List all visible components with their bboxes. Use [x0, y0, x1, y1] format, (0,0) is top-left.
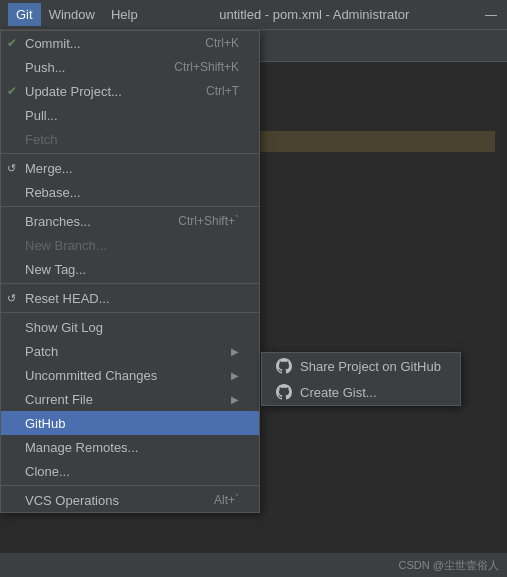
uncommitted-label: Uncommitted Changes	[25, 368, 157, 383]
menu-item-uncommitted[interactable]: Uncommitted Changes ▶	[1, 363, 259, 387]
menu-item-github[interactable]: GitHub	[1, 411, 259, 435]
menu-help[interactable]: Help	[103, 3, 146, 26]
check-icon: ✔	[7, 36, 17, 50]
github-submenu: Share Project on GitHub Create Gist...	[261, 352, 461, 406]
submenu-item-share[interactable]: Share Project on GitHub	[262, 353, 460, 379]
menu-item-patch[interactable]: Patch ▶	[1, 339, 259, 363]
fetch-label: Fetch	[25, 132, 58, 147]
window-title: untitled - pom.xml - Administrator	[219, 7, 409, 22]
menu-item-newtag[interactable]: New Tag...	[1, 257, 259, 281]
branches-label: Branches...	[25, 214, 91, 229]
menu-sep-3	[1, 283, 259, 284]
menu-item-newbranch: New Branch...	[1, 233, 259, 257]
uncommitted-arrow-icon: ▶	[231, 370, 239, 381]
menu-sep-2	[1, 206, 259, 207]
menu-item-push[interactable]: Push... Ctrl+Shift+K	[1, 55, 259, 79]
menu-item-clone[interactable]: Clone...	[1, 459, 259, 483]
menu-item-update[interactable]: ✔ Update Project... Ctrl+T	[1, 79, 259, 103]
github-label: GitHub	[25, 416, 65, 431]
menu-sep-1	[1, 153, 259, 154]
github-gist-icon	[276, 384, 292, 400]
menu-item-commit[interactable]: ✔ Commit... Ctrl+K	[1, 31, 259, 55]
menu-item-rebase[interactable]: Rebase...	[1, 180, 259, 204]
bottom-text: CSDN @尘世壹俗人	[399, 558, 499, 573]
push-label: Push...	[25, 60, 65, 75]
menu-window[interactable]: Window	[41, 3, 103, 26]
manageremotes-label: Manage Remotes...	[25, 440, 138, 455]
vcsops-shortcut: Alt+`	[214, 493, 239, 507]
vcsops-label: VCS Operations	[25, 493, 119, 508]
patch-label: Patch	[25, 344, 58, 359]
newtag-label: New Tag...	[25, 262, 86, 277]
window-controls: —	[483, 7, 499, 23]
rebase-label: Rebase...	[25, 185, 81, 200]
menu-item-pull[interactable]: Pull...	[1, 103, 259, 127]
menu-item-merge[interactable]: ↺ Merge...	[1, 156, 259, 180]
share-label: Share Project on GitHub	[300, 359, 441, 374]
menu-bar: Git Window Help	[8, 3, 146, 26]
update-shortcut: Ctrl+T	[206, 84, 239, 98]
merge-label: Merge...	[25, 161, 73, 176]
commit-shortcut: Ctrl+K	[205, 36, 239, 50]
push-shortcut: Ctrl+Shift+K	[174, 60, 239, 74]
menu-git[interactable]: Git	[8, 3, 41, 26]
menu-item-currentfile[interactable]: Current File ▶	[1, 387, 259, 411]
patch-arrow-icon: ▶	[231, 346, 239, 357]
commit-label: Commit...	[25, 36, 81, 51]
menu-sep-5	[1, 485, 259, 486]
menu-item-showgitlog[interactable]: Show Git Log	[1, 315, 259, 339]
branches-shortcut: Ctrl+Shift+`	[178, 214, 239, 228]
showgitlog-label: Show Git Log	[25, 320, 103, 335]
newbranch-label: New Branch...	[25, 238, 107, 253]
title-bar-left: Git Window Help	[8, 3, 146, 26]
update-check-icon: ✔	[7, 84, 17, 98]
menu-item-resethead[interactable]: ↺ Reset HEAD...	[1, 286, 259, 310]
submenu-item-gist[interactable]: Create Gist...	[262, 379, 460, 405]
merge-arrow-icon: ↺	[7, 162, 16, 175]
pull-label: Pull...	[25, 108, 58, 123]
git-menu: ✔ Commit... Ctrl+K Push... Ctrl+Shift+K …	[0, 30, 260, 513]
menu-item-fetch: Fetch	[1, 127, 259, 151]
menu-item-branches[interactable]: Branches... Ctrl+Shift+`	[1, 209, 259, 233]
update-label: Update Project...	[25, 84, 122, 99]
menu-item-manageremotes[interactable]: Manage Remotes...	[1, 435, 259, 459]
resethead-icon: ↺	[7, 292, 16, 305]
title-bar: Git Window Help untitled - pom.xml - Adm…	[0, 0, 507, 30]
menu-sep-4	[1, 312, 259, 313]
minimize-button[interactable]: —	[483, 7, 499, 23]
github-share-icon	[276, 358, 292, 374]
currentfile-label: Current File	[25, 392, 93, 407]
menu-item-vcsops[interactable]: VCS Operations Alt+`	[1, 488, 259, 512]
resethead-label: Reset HEAD...	[25, 291, 110, 306]
bottom-bar: CSDN @尘世壹俗人	[0, 553, 507, 577]
currentfile-arrow-icon: ▶	[231, 394, 239, 405]
gist-label: Create Gist...	[300, 385, 377, 400]
clone-label: Clone...	[25, 464, 70, 479]
